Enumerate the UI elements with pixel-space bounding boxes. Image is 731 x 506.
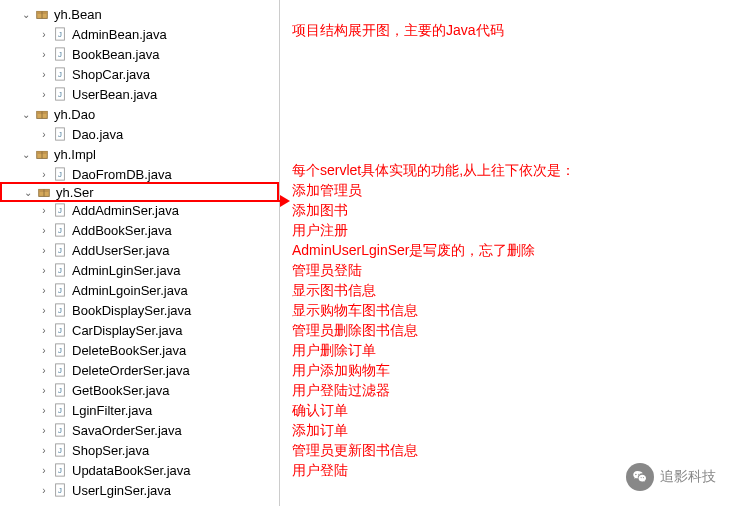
expand-toggle-icon[interactable]: › [36,385,52,396]
expand-toggle-icon[interactable]: ⌄ [18,149,34,160]
java-file[interactable]: ›JAdminBean.java [0,24,279,44]
java-file[interactable]: ›JAddBookSer.java [0,220,279,240]
watermark: 追影科技 [626,463,716,491]
expand-toggle-icon[interactable]: › [36,225,52,236]
expand-toggle-icon[interactable]: › [36,169,52,180]
expand-toggle-icon[interactable]: › [36,265,52,276]
file-label: Dao.java [72,127,123,142]
watermark-text: 追影科技 [660,468,716,486]
expand-toggle-icon[interactable]: › [36,285,52,296]
expand-toggle-icon[interactable]: › [36,305,52,316]
expand-toggle-icon[interactable]: › [36,365,52,376]
java-file-icon: J [52,382,68,398]
file-label: AdminBean.java [72,27,167,42]
svg-text:J: J [58,406,62,415]
java-file[interactable]: ›JLginFilter.java [0,400,279,420]
java-file-icon: J [52,166,68,182]
svg-text:J: J [58,90,62,99]
svg-text:J: J [58,226,62,235]
file-label: BookDisplaySer.java [72,303,191,318]
package-icon [34,106,50,122]
java-file-icon: J [52,262,68,278]
expand-toggle-icon[interactable]: › [36,29,52,40]
svg-text:J: J [58,346,62,355]
file-label: DaoFromDB.java [72,167,172,182]
svg-text:J: J [58,206,62,215]
svg-text:J: J [58,170,62,179]
package-yh-impl[interactable]: ⌄ yh.Impl [0,144,279,164]
java-file[interactable]: ›JShopSer.java [0,440,279,460]
package-yh-bean[interactable]: ⌄ yh.Bean [0,4,279,24]
svg-text:J: J [58,486,62,495]
expand-toggle-icon[interactable]: › [36,89,52,100]
project-tree-panel: ⌄ yh.Bean ›JAdminBean.java ›JBookBean.ja… [0,0,280,506]
expand-toggle-icon[interactable]: › [36,405,52,416]
java-file[interactable]: ›JDeleteBookSer.java [0,340,279,360]
java-file[interactable]: ›JSavaOrderSer.java [0,420,279,440]
annotation-line: 确认订单 [292,400,719,420]
expand-toggle-icon[interactable]: › [36,345,52,356]
java-file-icon: J [52,126,68,142]
java-file[interactable]: ›JDaoFromDB.java [0,164,279,184]
annotation-line: 管理员删除图书信息 [292,320,719,340]
java-file[interactable]: ›JAdminLgoinSer.java [0,280,279,300]
file-label: AdminLgoinSer.java [72,283,188,298]
expand-toggle-icon[interactable]: › [36,245,52,256]
annotation-line: 管理员更新图书信息 [292,440,719,460]
package-yh-ser[interactable]: ⌄ yh.Ser [0,182,279,202]
java-file-icon: J [52,402,68,418]
java-file-icon: J [52,422,68,438]
file-label: AddBookSer.java [72,223,172,238]
file-label: ShopCar.java [72,67,150,82]
file-label: UserLginSer.java [72,483,171,498]
file-label: UpdataBookSer.java [72,463,191,478]
java-file-icon: J [52,462,68,478]
expand-toggle-icon[interactable]: ⌄ [18,109,34,120]
file-label: AddUserSer.java [72,243,170,258]
package-icon [36,184,52,200]
java-file[interactable]: ›JUpdataBookSer.java [0,460,279,480]
expand-toggle-icon[interactable]: › [36,49,52,60]
svg-text:J: J [58,246,62,255]
annotation-line: 用户添加购物车 [292,360,719,380]
file-label: GetBookSer.java [72,383,170,398]
java-file[interactable]: ›JShopCar.java [0,64,279,84]
java-file[interactable]: ›JBookBean.java [0,44,279,64]
expand-toggle-icon[interactable]: › [36,485,52,496]
java-file[interactable]: ›JUserBean.java [0,84,279,104]
annotation-servlet-header: 每个servlet具体实现的功能,从上往下依次是： [292,160,719,180]
svg-text:J: J [58,426,62,435]
package-label: yh.Impl [54,147,96,162]
java-file-icon: J [52,26,68,42]
package-icon [34,6,50,22]
svg-text:J: J [58,50,62,59]
expand-toggle-icon[interactable]: › [36,425,52,436]
expand-toggle-icon[interactable]: › [36,445,52,456]
file-label: SavaOrderSer.java [72,423,182,438]
annotation-top: 项目结构展开图，主要的Java代码 [292,20,719,40]
java-file-icon: J [52,86,68,102]
svg-text:J: J [58,306,62,315]
svg-text:J: J [58,266,62,275]
java-file[interactable]: ›JCarDisplaySer.java [0,320,279,340]
java-file[interactable]: ›JUserLginSer.java [0,480,279,500]
java-file-icon: J [52,46,68,62]
expand-toggle-icon[interactable]: › [36,465,52,476]
expand-toggle-icon[interactable]: ⌄ [18,9,34,20]
java-file[interactable]: ›JBookDisplaySer.java [0,300,279,320]
package-yh-dao[interactable]: ⌄ yh.Dao [0,104,279,124]
annotation-panel: 项目结构展开图，主要的Java代码 每个servlet具体实现的功能,从上往下依… [280,0,731,506]
expand-toggle-icon[interactable]: ⌄ [20,187,36,198]
java-file[interactable]: ›JDao.java [0,124,279,144]
expand-toggle-icon[interactable]: › [36,129,52,140]
java-file[interactable]: ›JAdminLginSer.java [0,260,279,280]
java-file[interactable]: ›JAddUserSer.java [0,240,279,260]
java-file[interactable]: ›JAddAdminSer.java [0,200,279,220]
svg-text:J: J [58,366,62,375]
expand-toggle-icon[interactable]: › [36,325,52,336]
java-file[interactable]: ›JGetBookSer.java [0,380,279,400]
expand-toggle-icon[interactable]: › [36,69,52,80]
expand-toggle-icon[interactable]: › [36,205,52,216]
java-file-icon: J [52,362,68,378]
java-file[interactable]: ›JDeleteOrderSer.java [0,360,279,380]
